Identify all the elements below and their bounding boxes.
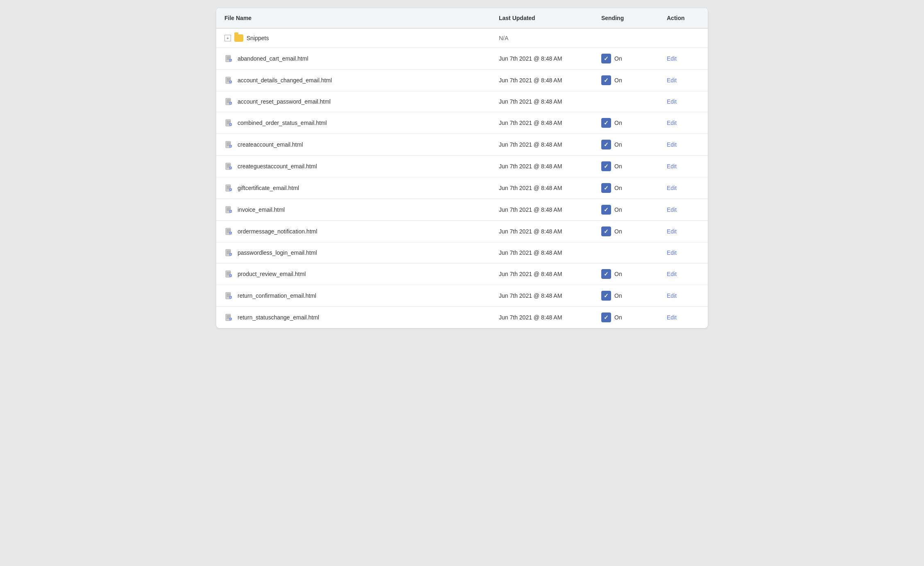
sending-checkbox[interactable] bbox=[601, 118, 611, 128]
sending-on-label: On bbox=[614, 228, 622, 235]
sending-cell: On bbox=[593, 48, 659, 70]
file-name-text: return_statuschange_email.html bbox=[238, 314, 319, 321]
sending-checkbox[interactable] bbox=[601, 312, 611, 322]
edit-link[interactable]: Edit bbox=[667, 228, 677, 235]
file-name-cell: passwordless_login_email.html bbox=[216, 242, 491, 263]
file-name-text: product_review_email.html bbox=[238, 271, 306, 277]
file-name-cell: account_reset_password_email.html bbox=[216, 91, 491, 112]
last-updated-cell: Jun 7th 2021 @ 8:48 AM bbox=[491, 177, 593, 199]
sending-checkbox[interactable] bbox=[601, 161, 611, 171]
edit-link[interactable]: Edit bbox=[667, 163, 677, 170]
action-cell: Edit bbox=[659, 134, 708, 156]
sending-on-label: On bbox=[614, 55, 622, 62]
table-row: account_reset_password_email.htmlJun 7th… bbox=[216, 91, 708, 112]
last-updated-cell: Jun 7th 2021 @ 8:48 AM bbox=[491, 70, 593, 91]
table-row: createaccount_email.htmlJun 7th 2021 @ 8… bbox=[216, 134, 708, 156]
action-cell: Edit bbox=[659, 112, 708, 134]
file-name-cell: product_review_email.html bbox=[216, 263, 491, 285]
file-name-text: combined_order_status_email.html bbox=[238, 120, 327, 126]
file-name-text: account_reset_password_email.html bbox=[238, 98, 331, 105]
action-cell: Edit bbox=[659, 70, 708, 91]
file-icon bbox=[224, 54, 233, 63]
table-row: giftcertificate_email.htmlJun 7th 2021 @… bbox=[216, 177, 708, 199]
edit-link[interactable]: Edit bbox=[667, 55, 677, 62]
last-updated-cell: Jun 7th 2021 @ 8:48 AM bbox=[491, 199, 593, 221]
sending-cell: On bbox=[593, 263, 659, 285]
table-row: passwordless_login_email.htmlJun 7th 202… bbox=[216, 242, 708, 263]
folder-icon bbox=[234, 34, 243, 42]
file-name-cell: ordermessage_notification.html bbox=[216, 221, 491, 242]
file-name-cell: return_confirmation_email.html bbox=[216, 285, 491, 307]
column-header-lastupdated: Last Updated bbox=[491, 8, 593, 28]
action-cell: Edit bbox=[659, 285, 708, 307]
file-icon bbox=[224, 76, 233, 85]
file-icon bbox=[224, 269, 233, 278]
action-cell bbox=[659, 28, 708, 48]
sending-checkbox[interactable] bbox=[601, 291, 611, 301]
sending-checkbox[interactable] bbox=[601, 205, 611, 215]
file-icon bbox=[224, 205, 233, 214]
file-icon bbox=[224, 140, 233, 149]
last-updated-cell: Jun 7th 2021 @ 8:48 AM bbox=[491, 242, 593, 263]
edit-link[interactable]: Edit bbox=[667, 249, 677, 256]
sending-checkbox[interactable] bbox=[601, 183, 611, 193]
sending-cell: On bbox=[593, 199, 659, 221]
column-header-action: Action bbox=[659, 8, 708, 28]
sending-checkbox[interactable] bbox=[601, 75, 611, 85]
edit-link[interactable]: Edit bbox=[667, 292, 677, 299]
table-row: return_statuschange_email.htmlJun 7th 20… bbox=[216, 307, 708, 328]
edit-link[interactable]: Edit bbox=[667, 98, 677, 105]
action-cell: Edit bbox=[659, 263, 708, 285]
table-row: createguestaccount_email.htmlJun 7th 202… bbox=[216, 156, 708, 177]
file-name-cell: +Snippets bbox=[216, 28, 491, 48]
sending-cell bbox=[593, 91, 659, 112]
sending-checkbox[interactable] bbox=[601, 269, 611, 279]
file-name-text: ordermessage_notification.html bbox=[238, 228, 317, 235]
sending-checkbox[interactable] bbox=[601, 226, 611, 236]
file-name-cell: account_details_changed_email.html bbox=[216, 70, 491, 91]
column-header-filename: File Name bbox=[216, 8, 491, 28]
file-name-cell: combined_order_status_email.html bbox=[216, 112, 491, 134]
last-updated-cell: Jun 7th 2021 @ 8:48 AM bbox=[491, 263, 593, 285]
sending-checkbox[interactable] bbox=[601, 54, 611, 63]
last-updated-cell: Jun 7th 2021 @ 8:48 AM bbox=[491, 285, 593, 307]
table-row: account_details_changed_email.htmlJun 7t… bbox=[216, 70, 708, 91]
file-name-cell: return_statuschange_email.html bbox=[216, 307, 491, 328]
edit-link[interactable]: Edit bbox=[667, 314, 677, 321]
action-cell: Edit bbox=[659, 199, 708, 221]
edit-link[interactable]: Edit bbox=[667, 77, 677, 84]
sending-on-label: On bbox=[614, 120, 622, 126]
file-name-text: abandoned_cart_email.html bbox=[238, 55, 308, 62]
sending-checkbox[interactable] bbox=[601, 140, 611, 149]
action-cell: Edit bbox=[659, 91, 708, 112]
edit-link[interactable]: Edit bbox=[667, 141, 677, 148]
sending-cell: On bbox=[593, 285, 659, 307]
action-cell: Edit bbox=[659, 177, 708, 199]
edit-link[interactable]: Edit bbox=[667, 120, 677, 126]
file-name-text: account_details_changed_email.html bbox=[238, 77, 332, 84]
file-icon bbox=[224, 248, 233, 257]
sending-cell: On bbox=[593, 307, 659, 328]
file-name-text: invoice_email.html bbox=[238, 206, 285, 213]
file-name-cell: createaccount_email.html bbox=[216, 134, 491, 156]
table-row: return_confirmation_email.htmlJun 7th 20… bbox=[216, 285, 708, 307]
file-name-text: return_confirmation_email.html bbox=[238, 292, 316, 299]
expand-icon[interactable]: + bbox=[224, 35, 231, 41]
last-updated-cell: Jun 7th 2021 @ 8:48 AM bbox=[491, 134, 593, 156]
file-icon bbox=[224, 162, 233, 171]
table-row: abandoned_cart_email.htmlJun 7th 2021 @ … bbox=[216, 48, 708, 70]
sending-cell: On bbox=[593, 70, 659, 91]
action-cell: Edit bbox=[659, 221, 708, 242]
edit-link[interactable]: Edit bbox=[667, 206, 677, 213]
sending-on-label: On bbox=[614, 141, 622, 148]
file-icon bbox=[224, 97, 233, 106]
column-header-sending: Sending bbox=[593, 8, 659, 28]
file-name-text: Snippets bbox=[247, 35, 269, 41]
last-updated-cell: Jun 7th 2021 @ 8:48 AM bbox=[491, 221, 593, 242]
edit-link[interactable]: Edit bbox=[667, 271, 677, 277]
file-name-cell: createguestaccount_email.html bbox=[216, 156, 491, 177]
files-table: File Name Last Updated Sending Action +S… bbox=[216, 8, 708, 328]
last-updated-cell: N/A bbox=[491, 28, 593, 48]
sending-cell: On bbox=[593, 221, 659, 242]
edit-link[interactable]: Edit bbox=[667, 185, 677, 191]
